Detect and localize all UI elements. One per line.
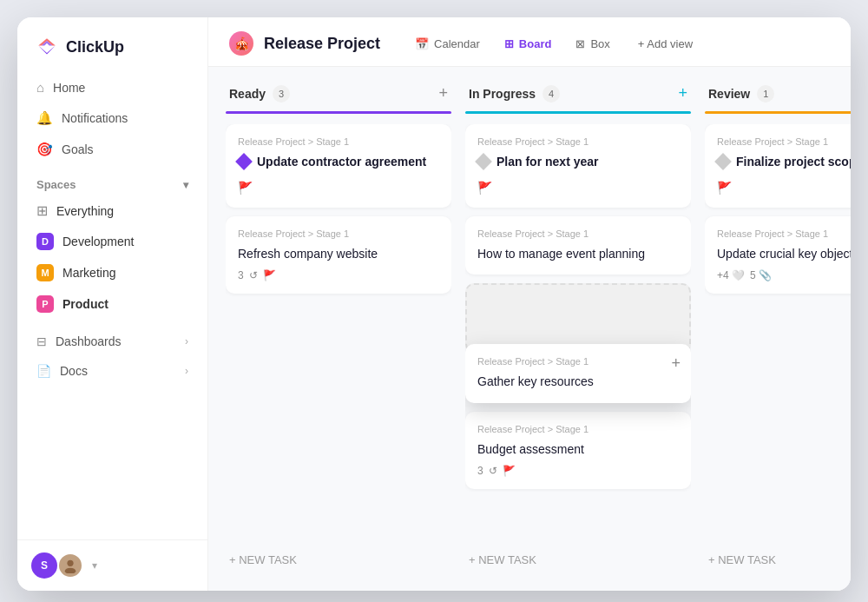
card-objectives-title: Update crucial key objectives	[717, 247, 851, 261]
sidebar: ClickUp ⌂ Home 🔔 Notifications 🎯 Goals S…	[17, 17, 208, 591]
column-inprogress-bar	[465, 111, 691, 114]
card-update-contractor[interactable]: Release Project > Stage 1 Update contrac…	[226, 124, 451, 208]
budget-flag-icon: 🚩	[503, 465, 516, 477]
column-inprogress-add-icon[interactable]: +	[678, 84, 687, 103]
docs-icon: 📄	[36, 364, 51, 378]
diamond-gray-icon	[475, 153, 492, 170]
card-refresh-website[interactable]: Release Project > Stage 1 Refresh compan…	[226, 216, 451, 294]
column-ready-title: Ready	[229, 87, 266, 101]
ready-new-task-button[interactable]: + NEW TASK	[226, 546, 451, 573]
inprogress-new-task-button[interactable]: + NEW TASK	[465, 546, 691, 573]
sidebar-item-home-label: Home	[53, 81, 85, 95]
tab-box[interactable]: ⊠ Box	[565, 32, 620, 56]
card-finalize-scope[interactable]: Release Project > Stage 1 Finalize proje…	[705, 124, 851, 208]
spaces-title: Spaces	[36, 178, 76, 191]
svg-point-2	[67, 560, 73, 566]
column-ready-cards: Release Project > Stage 1 Update contrac…	[226, 124, 451, 546]
card-refresh-title: Refresh company website	[238, 247, 378, 261]
card-budget-path: Release Project > Stage 1	[477, 424, 679, 434]
header-top: 🎪 Release Project 📅 Calendar ⊞ Board ⊠ B…	[229, 31, 830, 56]
column-ready-bar	[226, 111, 451, 114]
popup-card-title: Gather key resources	[477, 374, 594, 388]
sidebar-item-notifications[interactable]: 🔔 Notifications	[28, 103, 197, 133]
column-ready-count: 3	[273, 85, 290, 103]
card-budget-meta: 3 ↺ 🚩	[477, 465, 679, 477]
sidebar-item-product[interactable]: P Product	[28, 289, 197, 319]
sidebar-bottom-nav: ⊟ Dashboards › 📄 Docs ›	[17, 321, 207, 394]
column-review-cards: Release Project > Stage 1 Finalize proje…	[705, 124, 851, 546]
refresh-icon: ↺	[249, 269, 258, 281]
diamond-gray2-icon	[714, 153, 732, 170]
footer-chevron-icon: ▾	[92, 559, 97, 572]
avatar-user	[57, 552, 83, 579]
column-ready-add-icon[interactable]: +	[438, 84, 448, 103]
sidebar-item-goals-label: Goals	[62, 142, 94, 156]
sidebar-item-development[interactable]: D Development	[28, 227, 197, 256]
sidebar-nav: ⌂ Home 🔔 Notifications 🎯 Goals Spaces ▾ …	[17, 73, 207, 321]
tab-box-label: Box	[590, 37, 609, 50]
project-title: Release Project	[264, 35, 380, 53]
sidebar-item-goals[interactable]: 🎯 Goals	[28, 135, 197, 164]
budget-refresh-icon: ↺	[489, 465, 497, 477]
column-review-bar	[705, 111, 851, 114]
popup-card-path: Release Project > Stage 1	[477, 356, 679, 367]
column-review-title: Review	[708, 87, 750, 101]
sidebar-item-dashboards[interactable]: ⊟ Dashboards ›	[28, 327, 197, 355]
flag-icon: 🚩	[238, 181, 253, 195]
card-budget[interactable]: Release Project > Stage 1 Budget assessm…	[465, 412, 691, 490]
popup-card-gather-resources[interactable]: Release Project > Stage 1 Gather key res…	[465, 344, 691, 403]
card-plan-title: Plan for next year	[496, 154, 599, 171]
logo[interactable]: ClickUp	[17, 17, 207, 73]
card-plan-next-year[interactable]: Release Project > Stage 1 Plan for next …	[465, 124, 691, 208]
development-badge: D	[36, 233, 54, 250]
project-icon: 🎪	[229, 31, 253, 56]
card-finalize-title: Finalize project scope	[736, 154, 851, 171]
avatar-s: S	[31, 552, 57, 579]
budget-comment-count: 3	[477, 465, 483, 477]
svg-point-3	[65, 568, 76, 573]
goals-icon: 🎯	[36, 142, 53, 157]
reactions-count: +4 🤍	[717, 269, 745, 281]
card-event-title: How to manage event planning	[477, 247, 645, 261]
sidebar-item-dashboards-label: Dashboards	[56, 334, 122, 348]
chevron-down-icon: ▾	[183, 179, 188, 191]
sidebar-item-docs-label: Docs	[60, 364, 88, 378]
add-view-button[interactable]: + Add view	[628, 32, 703, 56]
tab-board[interactable]: ⊞ Board	[494, 32, 562, 56]
everything-icon: ⊞	[36, 202, 48, 219]
main-content: 🎪 Release Project 📅 Calendar ⊞ Board ⊠ B…	[208, 17, 851, 591]
main-header: 🎪 Release Project 📅 Calendar ⊞ Board ⊠ B…	[208, 17, 851, 67]
board-area: Ready 3 + Release Project > Stage 1 Upda…	[208, 67, 851, 591]
sidebar-item-development-label: Development	[62, 235, 135, 248]
review-new-task-button[interactable]: + NEW TASK	[705, 546, 851, 573]
sidebar-item-marketing-label: Marketing	[62, 266, 115, 280]
card-update-objectives[interactable]: Release Project > Stage 1 Update crucial…	[705, 216, 851, 294]
tab-calendar-label: Calendar	[434, 37, 480, 50]
card-placeholder	[465, 283, 691, 353]
card-event-path: Release Project > Stage 1	[477, 228, 679, 239]
flag-red2-icon: 🚩	[717, 181, 732, 195]
sidebar-item-docs[interactable]: 📄 Docs ›	[28, 357, 197, 385]
sidebar-item-home[interactable]: ⌂ Home	[28, 73, 197, 102]
box-icon: ⊠	[575, 37, 585, 50]
add-view-label: + Add view	[638, 37, 693, 50]
bell-icon: 🔔	[36, 110, 53, 126]
tab-board-label: Board	[519, 37, 552, 50]
card-refresh-meta: 3 ↺ 🚩	[238, 269, 439, 281]
user-avatar-icon	[62, 558, 78, 573]
project-emoji: 🎪	[234, 36, 249, 50]
marketing-badge: M	[36, 264, 54, 281]
card-update-contractor-title: Update contractor agreement	[257, 154, 426, 171]
sidebar-item-marketing[interactable]: M Marketing	[28, 258, 197, 288]
popup-plus-icon[interactable]: +	[671, 354, 681, 373]
sidebar-item-everything[interactable]: ⊞ Everything	[28, 196, 197, 225]
card-plan-path: Release Project > Stage 1	[477, 136, 679, 147]
tab-calendar[interactable]: 📅 Calendar	[404, 32, 490, 56]
column-ready: Ready 3 + Release Project > Stage 1 Upda…	[226, 84, 451, 573]
card-event-planning[interactable]: Release Project > Stage 1 How to manage …	[465, 216, 691, 275]
card-update-contractor-path: Release Project > Stage 1	[238, 136, 439, 147]
column-inprogress-cards: Release Project > Stage 1 Plan for next …	[465, 124, 691, 546]
card-finalize-path: Release Project > Stage 1	[717, 136, 851, 147]
column-review-header: Review 1 +	[705, 84, 851, 111]
card-budget-title: Budget assessment	[477, 442, 584, 456]
